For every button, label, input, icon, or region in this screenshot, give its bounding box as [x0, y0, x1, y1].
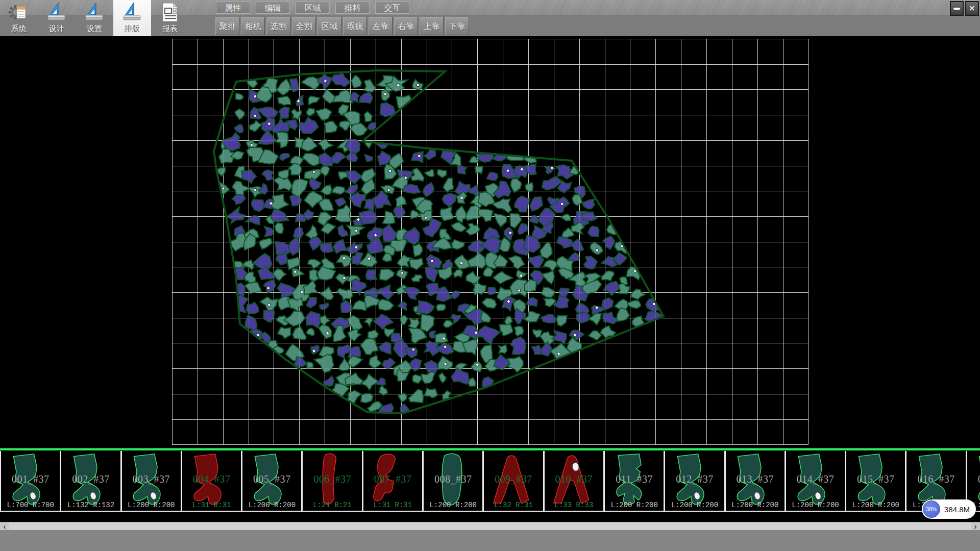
nav-tab-label: 系统 [11, 24, 27, 34]
piece-label: 009_#37 [484, 473, 543, 485]
nav-tab-label: 设置 [87, 24, 102, 34]
piece-thumbnail-011[interactable]: 011_#37L:200 R:200 [605, 451, 665, 511]
window-controls: ✕ [950, 1, 979, 16]
piece-thumbnail-002[interactable]: 002_#37L:132 R:132 [61, 451, 121, 511]
piece-counts: L:700 R:700 [1, 501, 60, 509]
piece-label: 011_#37 [605, 473, 664, 485]
piece-counts: L:132 R:132 [61, 501, 120, 509]
menu-item-region[interactable]: 区域 [296, 2, 330, 14]
piece-label: 001_#37 [1, 473, 60, 485]
piece-label: 007_#37 [363, 473, 422, 485]
menu-item-nesting[interactable]: 排料 [335, 2, 370, 14]
piece-counts: L:200 R:200 [605, 501, 664, 509]
piece-thumbnail-014[interactable]: 014_#37L:200 R:200 [786, 451, 846, 511]
ruler-icon [121, 2, 143, 23]
ruler-icon [84, 2, 105, 23]
piece-counts: L:31 R:31 [182, 501, 241, 509]
status-bar [0, 530, 980, 551]
gear-icon [8, 2, 30, 23]
nesting-canvas-area [0, 36, 980, 448]
percent-text: 38% [926, 506, 937, 512]
piece-thumbnail-015[interactable]: 015_#37L:200 R:200 [846, 451, 906, 511]
nav-tabs: 系统设计设置排版报表 [0, 0, 189, 36]
close-icon: ✕ [969, 4, 975, 13]
tool-button-snap-bottom[interactable]: 下靠 [445, 17, 469, 35]
piece-counts: L:200 R:200 [424, 501, 482, 509]
tool-button-snap-right[interactable]: 右靠 [394, 17, 418, 35]
close-button[interactable]: ✕ [965, 1, 979, 16]
nav-tab-label: 设计 [49, 24, 64, 34]
minimize-icon [953, 8, 960, 10]
piece-thumbnail-004[interactable]: 004_#37L:31 R:31 [182, 451, 242, 511]
piece-label: 012_#37 [665, 473, 724, 485]
nav-tab-label: 排版 [125, 24, 140, 34]
menu-item-interact[interactable]: 交互 [375, 2, 409, 14]
piece-counts: L:200 R:200 [726, 501, 785, 509]
scroll-right-button[interactable]: › [971, 522, 980, 530]
pieces-strip-top-border [0, 448, 980, 450]
piece-label: 002_#37 [61, 473, 120, 485]
tool-button-cluster-nest[interactable]: 聚排 [215, 17, 239, 35]
piece-thumbnail-007[interactable]: 007_#37L:31 R:31 [363, 451, 424, 511]
nav-tab-settings[interactable]: 设置 [76, 0, 113, 36]
memory-text: 384.8M [944, 505, 970, 514]
piece-thumbnail-006[interactable]: 006_#37L:21 R:21 [303, 451, 363, 511]
piece-label: 004_#37 [182, 473, 241, 485]
nav-tab-report[interactable]: 报表 [151, 0, 189, 36]
piece-counts: L:200 R:200 [846, 501, 905, 509]
nesting-canvas[interactable] [0, 36, 980, 448]
piece-thumbnail-010[interactable]: 010_#37L:33 R:33 [545, 451, 605, 511]
minimize-button[interactable] [950, 1, 964, 16]
piece-thumbnail-012[interactable]: 012_#37L:200 R:200 [665, 451, 725, 511]
toolbar: 系统设计设置排版报表 属性编辑区域排料交互 聚排相机选割全割区域瑕疵左靠右靠上靠… [0, 0, 980, 36]
piece-counts: L:200 R:200 [786, 501, 845, 509]
tool-button-cut-all[interactable]: 全割 [292, 17, 316, 35]
piece-counts: L:32 R:31 [484, 501, 543, 509]
piece-label: 010_#37 [545, 473, 603, 485]
horizontal-scrollbar[interactable]: ‹ › [0, 522, 980, 530]
piece-counts: L:200 R:200 [242, 501, 301, 509]
menu-item-edit[interactable]: 编辑 [256, 2, 290, 14]
piece-thumbnail-009[interactable]: 009_#37L:32 R:31 [484, 451, 544, 511]
tool-button-region[interactable]: 区域 [317, 17, 341, 35]
piece-counts: L:21 R:21 [303, 501, 361, 509]
nav-tab-design[interactable]: 设计 [38, 0, 76, 36]
piece-label: 015_#37 [846, 473, 905, 485]
piece-label: 014_#37 [786, 473, 845, 485]
tool-button-snap-left[interactable]: 左靠 [369, 17, 393, 35]
piece-counts: L:31 R:31 [363, 501, 422, 509]
nav-tab-nesting[interactable]: 排版 [113, 0, 151, 36]
tool-button-select-cut[interactable]: 选割 [266, 17, 290, 35]
menu-bar: 属性编辑区域排料交互 [216, 2, 409, 14]
piece-label: 017_#37 [967, 473, 980, 485]
piece-counts: L:200 R:200 [122, 501, 181, 509]
piece-label: 003_#37 [122, 473, 181, 485]
piece-thumbnail-008[interactable]: 008_#37L:200 R:200 [424, 451, 484, 511]
piece-counts: L:33 R:33 [545, 501, 603, 509]
report-icon [159, 2, 181, 23]
menu-item-properties[interactable]: 属性 [216, 2, 250, 14]
tool-button-camera[interactable]: 相机 [241, 17, 265, 35]
scroll-left-button[interactable]: ‹ [0, 522, 9, 530]
tool-button-snap-top[interactable]: 上靠 [420, 17, 444, 35]
piece-thumbnail-001[interactable]: 001_#37L:700 R:700 [1, 451, 61, 511]
progress-percent-badge: 38% [923, 500, 940, 518]
piece-counts: L:200 R:200 [665, 501, 724, 509]
tool-button-row: 聚排相机选割全割区域瑕疵左靠右靠上靠下靠 [215, 17, 469, 35]
piece-label: 013_#37 [726, 473, 785, 485]
piece-thumbnail-005[interactable]: 005_#37L:200 R:200 [242, 451, 303, 511]
pieces-strip: 001_#37L:700 R:700002_#37L:132 R:132003_… [0, 451, 980, 512]
piece-thumbnail-013[interactable]: 013_#37L:200 R:200 [726, 451, 786, 511]
piece-label: 005_#37 [242, 473, 301, 485]
memory-usage-widget[interactable]: 38% 384.8M [922, 499, 976, 519]
tool-button-defect[interactable]: 瑕疵 [343, 17, 367, 35]
nav-tab-label: 报表 [162, 24, 178, 34]
piece-label: 008_#37 [424, 473, 482, 485]
nesting-app-window: 系统设计设置排版报表 属性编辑区域排料交互 聚排相机选割全割区域瑕疵左靠右靠上靠… [0, 0, 980, 551]
piece-label: 016_#37 [906, 473, 965, 485]
nav-tab-system[interactable]: 系统 [0, 0, 38, 36]
piece-label: 006_#37 [303, 473, 361, 485]
ruler-icon [46, 2, 67, 23]
piece-thumbnail-003[interactable]: 003_#37L:200 R:200 [122, 451, 182, 511]
